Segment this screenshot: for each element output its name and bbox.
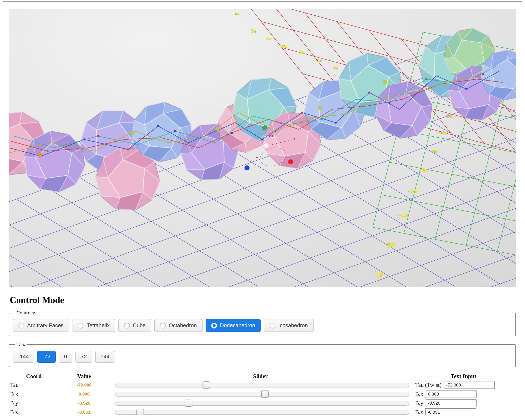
- coordinate-table: Coord Value Slider Text Input Tau -72.00…: [9, 372, 516, 415]
- svg-text:1m: 1m: [234, 11, 239, 16]
- radio-label: Arbitrary Faces: [27, 322, 64, 329]
- svg-text:-1m: -1m: [398, 212, 409, 219]
- controls-fieldset: Controls: Arbitrary Faces Tetrahelix Cub…: [9, 310, 516, 336]
- radio-arbitrary-faces[interactable]: Arbitrary Faces: [13, 319, 69, 332]
- input-label: B.y: [415, 400, 423, 406]
- page-title: Control Mode: [10, 295, 516, 305]
- tau-input[interactable]: [444, 381, 495, 389]
- table-row-bx: B x 0.000 B.x: [9, 390, 516, 399]
- blue-sphere[interactable]: [244, 165, 250, 170]
- svg-text:2m: 2m: [299, 50, 304, 55]
- tau-button-group: -144 -72 0 72 144: [13, 351, 512, 363]
- bz-input[interactable]: [425, 408, 476, 415]
- tau-button-neg72[interactable]: -72: [37, 351, 56, 363]
- header-slider: Slider: [110, 373, 411, 380]
- by-input[interactable]: [426, 399, 477, 407]
- shape-radio-group: Arbitrary Faces Tetrahelix Cube Octahedr…: [13, 319, 512, 332]
- radio-icon: [160, 323, 166, 328]
- tau-legend: Tau:: [15, 342, 27, 347]
- slider-track[interactable]: [115, 383, 409, 387]
- radio-icon: [124, 323, 130, 328]
- header-value: Value: [59, 373, 110, 380]
- radio-icon: [19, 323, 24, 328]
- slider-thumb[interactable]: [136, 408, 144, 415]
- svg-text:3m: 3m: [282, 44, 287, 49]
- svg-text:4m: 4m: [266, 37, 271, 41]
- slider-thumb[interactable]: [185, 399, 192, 406]
- radio-icosahedron[interactable]: Icosahedron: [264, 319, 314, 332]
- svg-text:0m: 0m: [333, 66, 338, 70]
- svg-text:0: 0: [217, 116, 220, 120]
- slider-thumb[interactable]: [203, 381, 210, 388]
- svg-text:5m: 5m: [447, 114, 452, 119]
- coord-label: B y: [9, 400, 59, 406]
- slider-thumb[interactable]: [262, 390, 269, 397]
- slider-track[interactable]: [115, 401, 409, 405]
- green-sphere[interactable]: [262, 126, 267, 130]
- coord-value: -0.526: [59, 401, 110, 406]
- header-coord: Coord: [9, 373, 59, 380]
- tau-button-0[interactable]: 0: [59, 351, 72, 363]
- red-sphere[interactable]: [288, 159, 293, 164]
- coord-value: -0.851: [59, 410, 110, 415]
- radio-icon: [78, 323, 84, 328]
- svg-text:0m: 0m: [269, 134, 273, 137]
- viewport-3d[interactable]: 1m 5m 4m 3m 2m -1m 0m 5m -5m -4m -3m -2m…: [9, 9, 516, 287]
- controls-legend: Controls:: [15, 310, 37, 316]
- coord-value: -72.000: [59, 383, 110, 387]
- bx-input[interactable]: [426, 390, 477, 398]
- svg-text:-3m: -3m: [419, 167, 428, 173]
- radio-tetrahelix[interactable]: Tetrahelix: [72, 319, 115, 332]
- svg-text:0m: 0m: [387, 241, 395, 248]
- tau-button-72[interactable]: 72: [75, 351, 92, 363]
- radio-icon: [270, 323, 275, 328]
- tau-fieldset: Tau: -144 -72 0 72 144: [9, 342, 516, 367]
- table-row-bz: B z -0.851 B.z: [9, 408, 516, 415]
- header-text-input: Text Input: [411, 373, 516, 380]
- by-slider[interactable]: [115, 401, 409, 405]
- radio-label: Icosahedron: [278, 322, 308, 329]
- svg-text:-4m: -4m: [429, 148, 437, 154]
- svg-text:-1m: -1m: [315, 58, 322, 63]
- input-label: B.z: [415, 409, 423, 415]
- table-row-by: B y -0.526 B.y: [9, 399, 516, 408]
- scene-svg: 1m 5m 4m 3m 2m -1m 0m 5m -5m -4m -3m -2m…: [9, 9, 516, 287]
- radio-label: Cube: [133, 322, 146, 329]
- radio-label: Octahedron: [169, 322, 197, 329]
- app-page: 1m 5m 4m 3m 2m -1m 0m 5m -5m -4m -3m -2m…: [3, 1, 522, 415]
- tau-slider[interactable]: [115, 383, 409, 387]
- input-label: Tau (Twist): [415, 382, 441, 388]
- svg-text:-5m: -5m: [438, 130, 446, 135]
- table-row-tau: Tau -72.000 Tau (Twist): [9, 380, 516, 390]
- coord-value: 0.000: [59, 392, 110, 397]
- radio-dodecahedron[interactable]: Dodecahedron: [206, 319, 261, 332]
- svg-text:1m: 1m: [374, 270, 383, 279]
- tau-button-144[interactable]: 144: [95, 351, 115, 363]
- radio-cube[interactable]: Cube: [118, 319, 151, 332]
- coord-label: Tau: [9, 382, 59, 388]
- slider-track[interactable]: [115, 410, 409, 414]
- bz-slider[interactable]: [115, 410, 409, 414]
- coord-label: B z: [9, 409, 59, 415]
- svg-text:5m: 5m: [251, 29, 256, 34]
- radio-icon: [211, 323, 217, 328]
- radio-label: Tetrahelix: [87, 322, 110, 329]
- table-header-row: Coord Value Slider Text Input: [9, 372, 516, 380]
- radio-octahedron[interactable]: Octahedron: [154, 319, 202, 332]
- page-wrapper: 1m 5m 4m 3m 2m -1m 0m 5m -5m -4m -3m -2m…: [0, 1, 525, 420]
- input-label: B.x: [415, 391, 423, 397]
- bx-slider[interactable]: [115, 392, 409, 396]
- tau-button-neg144[interactable]: -144: [13, 351, 34, 363]
- radio-label: Dodecahedron: [220, 322, 255, 329]
- pink-sphere[interactable]: [263, 143, 270, 149]
- svg-text:-2m: -2m: [408, 188, 418, 194]
- coord-label: B x: [9, 391, 59, 397]
